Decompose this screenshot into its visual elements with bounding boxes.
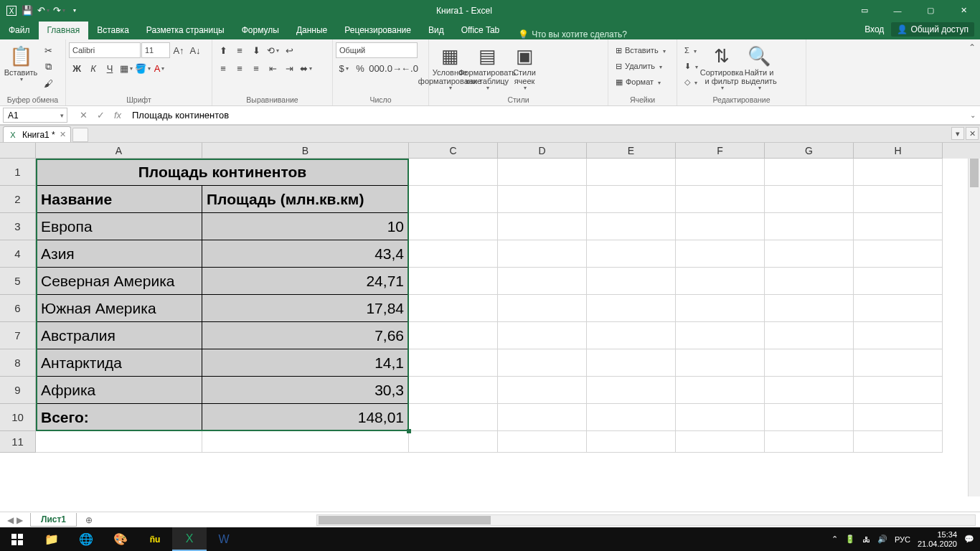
cell[interactable] [498, 213, 587, 240]
tab-page-layout[interactable]: Разметка страницы [138, 22, 233, 39]
tray-language[interactable]: РУС [895, 535, 910, 544]
word-taskbar-icon[interactable]: W [207, 527, 241, 551]
format-cells-button[interactable]: ▦Формат [611, 74, 670, 90]
fill-color-icon[interactable]: 🪣 [135, 60, 151, 76]
cell[interactable] [765, 322, 854, 349]
sort-filter-button[interactable]: ⇅ Сортировка и фильтр [704, 42, 740, 92]
row-header-11[interactable]: 11 [0, 431, 36, 453]
col-header-G[interactable]: G [765, 143, 854, 159]
cell[interactable] [409, 213, 498, 240]
cell[interactable]: 43,4 [202, 240, 409, 268]
tell-me-search[interactable]: 💡 Что вы хотите сделать? [518, 29, 627, 39]
tab-formulas[interactable]: Формулы [233, 22, 288, 39]
cell[interactable]: 7,66 [202, 322, 409, 349]
cell[interactable]: Африка [36, 377, 202, 404]
align-middle-icon[interactable]: ≡ [232, 42, 248, 58]
vertical-scrollbar[interactable] [968, 143, 980, 496]
tray-battery-icon[interactable]: 🔋 [845, 534, 855, 544]
cell[interactable]: 24,71 [202, 268, 409, 295]
tab-file[interactable]: Файл [0, 22, 39, 39]
cell[interactable]: Северная Америка [36, 268, 202, 295]
cell[interactable] [498, 349, 587, 377]
spreadsheet-grid[interactable]: A B C D E F G H 1Площадь континентов2Наз… [0, 143, 980, 512]
number-format-select[interactable]: Общий [336, 42, 418, 58]
col-header-B[interactable]: B [202, 143, 409, 159]
accounting-format-icon[interactable]: $ [336, 60, 352, 76]
cell[interactable] [409, 240, 498, 268]
cell[interactable] [854, 268, 943, 295]
col-header-F[interactable]: F [676, 143, 765, 159]
cell[interactable] [765, 240, 854, 268]
wrap-text-icon[interactable]: ↩ [281, 42, 297, 58]
cancel-formula-icon[interactable]: ✕ [75, 108, 92, 123]
cell[interactable] [409, 186, 498, 213]
align-center-icon[interactable]: ≡ [232, 60, 248, 76]
insert-function-icon[interactable]: fx [109, 108, 126, 123]
tab-view[interactable]: Вид [420, 22, 453, 39]
increase-indent-icon[interactable]: ⇥ [281, 60, 297, 76]
col-header-A[interactable]: A [36, 143, 202, 159]
workbook-tab-active[interactable]: X Книга1 * ✕ [3, 126, 71, 142]
align-top-icon[interactable]: ⬆ [215, 42, 231, 58]
maximize-button[interactable]: ▢ [914, 0, 947, 21]
cut-icon[interactable]: ✂ [40, 42, 56, 58]
row-header-7[interactable]: 7 [0, 322, 36, 349]
col-header-E[interactable]: E [587, 143, 676, 159]
format-painter-icon[interactable]: 🖌 [40, 75, 56, 91]
new-sheet-button[interactable]: ⊕ [81, 514, 97, 527]
orientation-icon[interactable]: ⟲ [265, 42, 281, 58]
row-header-8[interactable]: 8 [0, 349, 36, 377]
cell[interactable] [409, 159, 498, 186]
align-right-icon[interactable]: ≡ [248, 60, 264, 76]
cell[interactable] [854, 349, 943, 377]
cell[interactable]: Площадь континентов [36, 159, 409, 186]
cell[interactable] [854, 404, 943, 431]
cell[interactable] [765, 159, 854, 186]
cell[interactable] [765, 213, 854, 240]
row-header-10[interactable]: 10 [0, 404, 36, 431]
sheet-nav-next-icon[interactable]: ▶ [17, 515, 23, 525]
cell[interactable] [676, 404, 765, 431]
cell[interactable] [498, 377, 587, 404]
tray-network-icon[interactable]: 🖧 [862, 535, 870, 544]
cell[interactable] [676, 268, 765, 295]
login-link[interactable]: Вход [864, 24, 884, 34]
cell[interactable] [676, 431, 765, 453]
workbook-tabs-close-all-icon[interactable]: ✕ [966, 127, 979, 140]
cell[interactable]: Название [36, 186, 202, 213]
cell[interactable] [202, 431, 409, 453]
paste-button[interactable]: 📋 Вставить [3, 42, 39, 83]
sheet-nav-prev-icon[interactable]: ◀ [7, 515, 14, 525]
cell[interactable] [676, 349, 765, 377]
chrome-icon[interactable]: 🌐 [69, 527, 103, 551]
workbook-tab-new[interactable] [72, 128, 88, 142]
cell[interactable] [854, 322, 943, 349]
cell[interactable] [409, 295, 498, 322]
cell[interactable] [587, 213, 676, 240]
name-box[interactable]: A1 [3, 108, 67, 123]
cell[interactable] [587, 268, 676, 295]
row-header-1[interactable]: 1 [0, 159, 36, 186]
tray-clock[interactable]: 15:34 21.04.2020 [918, 530, 957, 548]
cell[interactable] [409, 268, 498, 295]
cell[interactable] [587, 404, 676, 431]
tab-insert[interactable]: Вставка [88, 22, 138, 39]
autosum-button[interactable]: Σ [680, 42, 702, 58]
cell[interactable]: 14,1 [202, 349, 409, 377]
cell[interactable] [409, 349, 498, 377]
align-bottom-icon[interactable]: ⬇ [248, 42, 264, 58]
sheet-tab-active[interactable]: Лист1 [30, 513, 77, 527]
cell[interactable]: Азия [36, 240, 202, 268]
cell[interactable]: Всего: [36, 404, 202, 431]
select-all-corner[interactable] [0, 143, 36, 159]
cell[interactable] [409, 404, 498, 431]
comma-format-icon[interactable]: 000 [369, 60, 385, 76]
cell[interactable]: Европа [36, 213, 202, 240]
cell[interactable] [587, 431, 676, 453]
formula-input[interactable] [126, 108, 966, 123]
cell-styles-button[interactable]: ▣ Стили ячеек [507, 42, 542, 92]
minimize-button[interactable]: — [881, 0, 914, 21]
cell[interactable] [765, 349, 854, 377]
borders-icon[interactable]: ▦ [118, 60, 134, 76]
cell[interactable] [587, 159, 676, 186]
